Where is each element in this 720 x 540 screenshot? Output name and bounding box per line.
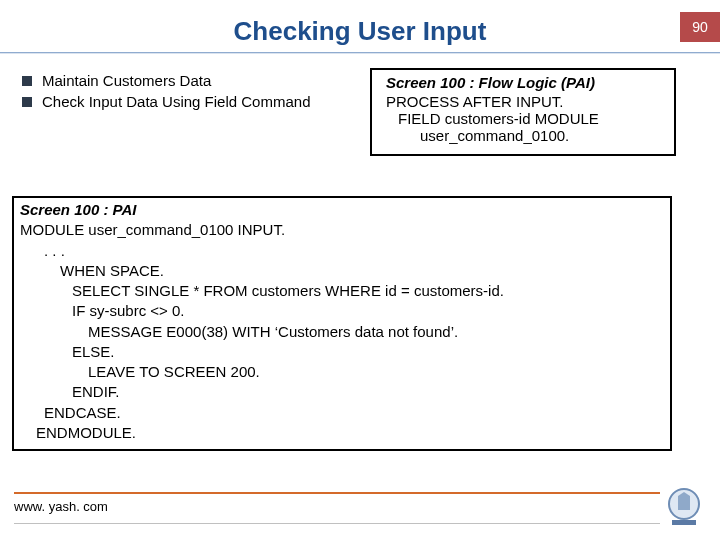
svg-rect-1 <box>678 496 690 510</box>
bullet-text: Maintain Customers Data <box>42 72 211 89</box>
pai-title: Screen 100 : PAI <box>20 200 664 220</box>
bullet-text-post: Command <box>237 93 310 110</box>
flow-line: FIELD customers-id MODULE <box>398 110 668 127</box>
footer-rule-orange <box>14 492 660 494</box>
code-line: . . . <box>44 241 664 261</box>
flow-line: user_command_0100. <box>420 127 668 144</box>
bullet-text: Check Input Data Using Field Command <box>42 93 310 110</box>
bullet-item-1: Maintain Customers Data <box>22 72 310 89</box>
footer-rule-gray <box>14 523 660 524</box>
pai-code-box: Screen 100 : PAI MODULE user_command_010… <box>12 196 672 451</box>
code-line: IF sy-subrc <> 0. <box>72 301 664 321</box>
bullet-text-field: Field <box>205 93 238 110</box>
footer-url: www. yash. com <box>14 499 108 514</box>
code-line: ENDCASE. <box>44 403 664 423</box>
flow-line: PROCESS AFTER INPUT. <box>386 93 668 110</box>
title-underline <box>0 52 720 54</box>
square-bullet-icon <box>22 76 32 86</box>
code-line: LEAVE TO SCREEN 200. <box>88 362 664 382</box>
code-line: SELECT SINGLE * FROM customers WHERE id … <box>72 281 664 301</box>
emblem-icon <box>666 486 702 528</box>
code-line: WHEN SPACE. <box>60 261 664 281</box>
code-line: MESSAGE E000(38) WITH ‘Customers data no… <box>88 322 664 342</box>
svg-rect-3 <box>672 520 696 525</box>
code-line: ENDIF. <box>72 382 664 402</box>
slide-title: Checking User Input <box>0 16 720 47</box>
code-line: MODULE user_command_0100 INPUT. <box>20 220 664 240</box>
bullet-item-2: Check Input Data Using Field Command <box>22 93 310 110</box>
flow-logic-box: Screen 100 : Flow Logic (PAI) PROCESS AF… <box>370 68 676 156</box>
code-line: ELSE. <box>72 342 664 362</box>
code-line: ENDMODULE. <box>36 423 664 443</box>
page-number-badge: 90 <box>680 12 720 42</box>
flow-logic-title: Screen 100 : Flow Logic (PAI) <box>386 74 668 91</box>
bullet-list: Maintain Customers Data Check Input Data… <box>22 72 310 114</box>
square-bullet-icon <box>22 97 32 107</box>
bullet-text-pre: Check Input Data Using <box>42 93 205 110</box>
